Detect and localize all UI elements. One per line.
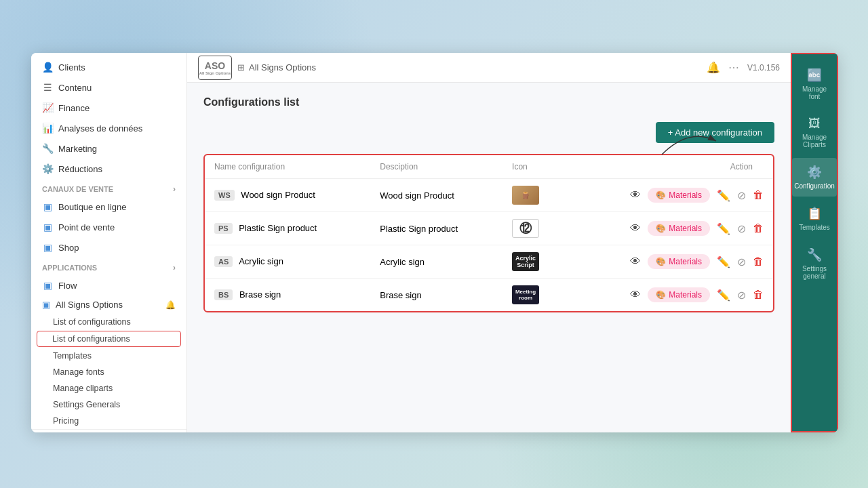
sidebar-item-clients[interactable]: 👤 Clients xyxy=(31,57,186,77)
flow-icon: ▣ xyxy=(42,280,53,291)
sidebar-item-analyses[interactable]: 📊 Analyses de données xyxy=(31,118,186,138)
row-desc-cell: Wood sign Product xyxy=(370,179,502,212)
canaux-section: Canaux de vente › xyxy=(31,179,186,197)
edit-icon[interactable]: ✏️ xyxy=(717,289,730,302)
view-icon[interactable]: 👁 xyxy=(630,222,641,235)
view-icon[interactable]: 👁 xyxy=(630,289,641,301)
config-code: AS xyxy=(214,256,233,267)
add-configuration-button[interactable]: + Add new configuration xyxy=(656,122,774,143)
content-area: Configurations list + Add new configurat… xyxy=(187,83,791,432)
clipart-icon: 🖼 xyxy=(808,117,821,131)
version-badge: V1.0.156 xyxy=(747,63,780,73)
right-panel-configuration[interactable]: ⚙️ Configuration xyxy=(792,158,837,197)
row-name-cell: PS Plastic Sign product xyxy=(205,212,370,245)
main-content: ASO All Sign Options ⊞ All Signs Options… xyxy=(187,53,791,432)
materials-button[interactable]: 🎨 Materials xyxy=(648,287,710,302)
row-icon-cell: Acrylic Script xyxy=(502,245,566,279)
sidebar-sub-list-of-configurations-highlighted[interactable]: List of configurations xyxy=(37,331,181,347)
row-name-cell: WS Wood sign Product xyxy=(205,179,370,212)
sidebar-item-reductions[interactable]: ⚙️ Réductions xyxy=(31,159,186,179)
view-icon[interactable]: 👁 xyxy=(630,189,641,201)
delete-icon[interactable]: 🗑 xyxy=(753,289,764,301)
chevron-right-icon: › xyxy=(173,184,176,194)
aso-logo: ASO All Sign Options xyxy=(198,56,232,80)
table-row: WS Wood sign Product Wood sign Product 🪵 xyxy=(205,179,773,212)
right-panel-templates[interactable]: 📋 Templates xyxy=(792,199,837,238)
gear-icon: ⚙️ xyxy=(42,163,53,174)
more-icon[interactable]: ⋯ xyxy=(728,61,739,74)
row-desc-cell: Plastic Sign product xyxy=(370,212,502,245)
sidebar-sub-list-of-configurations[interactable]: List of configurations xyxy=(31,314,186,330)
row-desc-cell: Brase sign xyxy=(370,279,502,312)
sidebar-sub-templates[interactable]: Templates xyxy=(31,348,186,364)
delete-icon[interactable]: 🗑 xyxy=(753,189,764,201)
right-panel-manage-font[interactable]: 🔤 Manage font xyxy=(792,61,837,107)
sidebar-item-contenu[interactable]: ☰ Contenu xyxy=(31,77,186,98)
view-icon[interactable]: 👁 xyxy=(630,256,641,268)
sidebar-item-flow[interactable]: ▣ Flow xyxy=(31,275,186,296)
settings-general-icon: 🔧 xyxy=(807,247,822,262)
config-name: Plastic Sign product xyxy=(239,223,317,233)
row-action-cell: 👁 🎨 Materials ✏️ ⊘ 🗑 xyxy=(566,179,773,212)
chevron-right-icon-apps: › xyxy=(173,263,176,272)
copy-icon[interactable]: ⊘ xyxy=(737,222,746,235)
sidebar: 👤 Clients ☰ Contenu 📈 Finance 📊 Analyses… xyxy=(31,53,187,432)
topbar-right: 🔔 ⋯ V1.0.156 xyxy=(707,61,780,74)
sidebar-item-shop[interactable]: ▣ Shop xyxy=(31,237,186,258)
notification-icon[interactable]: 🔔 xyxy=(707,61,720,74)
edit-icon[interactable]: ✏️ xyxy=(717,256,730,268)
edit-icon[interactable]: ✏️ xyxy=(717,189,730,202)
materials-button[interactable]: 🎨 Materials xyxy=(648,254,710,269)
materials-icon: 🎨 xyxy=(656,257,666,266)
sidebar-item-finance[interactable]: 📈 Finance xyxy=(31,98,186,118)
sidebar-item-point-de-vente[interactable]: ▣ Point de vente xyxy=(31,217,186,237)
marketing-icon: 🔧 xyxy=(42,143,53,154)
materials-button[interactable]: 🎨 Materials xyxy=(648,188,710,203)
page-title: Configurations list xyxy=(203,96,774,108)
content-icon: ☰ xyxy=(42,82,53,93)
person-icon: 👤 xyxy=(42,62,53,73)
sidebar-item-boutique[interactable]: ▣ Boutique en ligne xyxy=(31,197,186,217)
config-name: Acrylic sign xyxy=(239,256,283,266)
right-panel-manage-cliparts[interactable]: 🖼 Manage Cliparts xyxy=(792,110,837,155)
finance-icon: 📈 xyxy=(42,102,53,113)
row-action-cell: 👁 🎨 Materials ✏️ ⊘ 🗑 xyxy=(566,212,773,245)
copy-icon[interactable]: ⊘ xyxy=(737,189,746,202)
table-row: PS Plastic Sign product Plastic Sign pro… xyxy=(205,212,773,245)
edit-icon[interactable]: ✏️ xyxy=(717,222,730,235)
copy-icon[interactable]: ⊘ xyxy=(737,289,746,302)
row-icon-cell: ⑫ xyxy=(502,212,566,245)
row-icon-cell: 🪵 xyxy=(502,179,566,212)
col-action: Action xyxy=(566,155,773,179)
table-row: BS Brase sign Brase sign Meeting room 👁 xyxy=(205,279,773,312)
right-panel-settings-general[interactable]: 🔧 Settings general xyxy=(792,241,837,287)
sidebar-bottom: ⚙️ Paramètres ℹ️ Non transférable xyxy=(31,429,186,432)
config-code: BS xyxy=(214,289,233,300)
copy-icon[interactable]: ⊘ xyxy=(737,256,746,268)
topbar: ASO All Sign Options ⊞ All Signs Options… xyxy=(187,53,791,83)
sidebar-sub-settings-generals[interactable]: Settings Generals xyxy=(31,396,186,413)
table-row: AS Acrylic sign Acrylic sign Acrylic Scr… xyxy=(205,245,773,279)
sidebar-item-all-signs[interactable]: ▣ All Signs Options 🔔 xyxy=(31,296,186,314)
sidebar-sub-manage-fonts[interactable]: Manage fonts xyxy=(31,364,186,380)
materials-button[interactable]: 🎨 Materials xyxy=(648,221,710,236)
config-icon-thumb: Meeting room xyxy=(512,285,539,304)
shop-icon: ▣ xyxy=(42,242,53,253)
col-name: Name configuration xyxy=(205,155,370,179)
sidebar-sub-manage-cliparts[interactable]: Manage cliparts xyxy=(31,380,186,396)
config-icon-thumb: 🪵 xyxy=(512,186,539,205)
sidebar-item-marketing[interactable]: 🔧 Marketing xyxy=(31,138,186,159)
config-icon-thumb: Acrylic Script xyxy=(512,252,539,271)
templates-icon: 📋 xyxy=(807,206,822,221)
tab-icon: ⊞ xyxy=(237,62,245,73)
row-desc-cell: Acrylic sign xyxy=(370,245,502,279)
sidebar-sub-pricing[interactable]: Pricing xyxy=(31,413,186,429)
add-btn-row: + Add new configuration xyxy=(203,122,774,143)
materials-icon: 🎨 xyxy=(656,190,666,200)
analytics-icon: 📊 xyxy=(42,123,53,134)
delete-icon[interactable]: 🗑 xyxy=(753,256,764,268)
font-icon: 🔤 xyxy=(807,68,822,83)
delete-icon[interactable]: 🗑 xyxy=(753,222,764,235)
materials-icon: 🎨 xyxy=(656,290,666,300)
configurations-table-wrapper: Name configuration Desciption Icon Actio… xyxy=(203,154,774,312)
